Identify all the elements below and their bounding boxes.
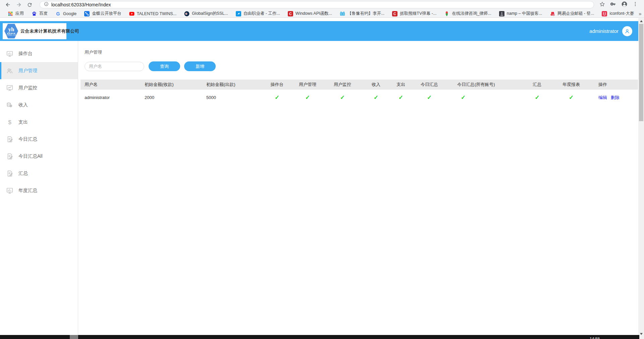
sidebar-item-user-management[interactable]: 用户管理 <box>0 62 78 79</box>
users-table: 用户名 初始金额(收款) 初始金额(出款) 操作台 用户管理 用户监控 收入 支… <box>80 80 638 106</box>
check-icon: ✓ <box>275 94 279 101</box>
bookmark-item-apps[interactable]: 应用 <box>5 10 27 17</box>
sidebar-item-label: 用户监控 <box>18 85 37 91</box>
photo-icon <box>499 11 504 16</box>
check-icon: ✓ <box>398 94 403 101</box>
cell-initial-receive: 2000 <box>139 90 201 106</box>
col-user-management: 用户管理 <box>291 80 324 90</box>
web-page: yh YHIDC.CN 云合未来计算机技术有限公司 administrator … <box>0 18 638 339</box>
check-icon: ✓ <box>305 94 310 101</box>
google-g-icon: G <box>55 11 61 16</box>
bookmark-label: 应用 <box>15 11 24 16</box>
bookmark-item-freelancer[interactable]: 自由职业者 - 工作... <box>233 10 283 17</box>
bookmark-item-kingdee[interactable]: 金蝶云开放平台 <box>81 10 124 17</box>
forward-icon[interactable] <box>15 1 23 9</box>
sidebar-item-today-summary[interactable]: 今日汇总 <box>0 131 78 148</box>
delete-link[interactable]: 删除 <box>611 95 620 100</box>
toolbar-actions <box>599 1 641 9</box>
csdn-icon: C <box>392 11 397 16</box>
page-top-gap <box>0 18 638 21</box>
bookmark-item-globalsign[interactable]: GlobalSign的SSL... <box>181 10 231 17</box>
table-row: administrator 2000 5000 ✓ ✓ ✓ ✓ ✓ ✓ ✓ ✓ … <box>80 90 638 106</box>
username-search-input[interactable] <box>85 62 144 71</box>
check-icon: ✓ <box>461 94 466 101</box>
globalsign-icon <box>184 11 190 16</box>
bookmark-label: Windows API函数... <box>296 11 332 16</box>
monitor-chart-icon <box>6 84 13 92</box>
logo-hexagon-icon: yh YHIDC.CN <box>4 24 18 39</box>
col-expense: 支出 <box>391 80 410 90</box>
taskbar-clock: 14:58 <box>590 337 600 339</box>
bar-chart-monitor-icon <box>6 187 13 194</box>
search-controls: 查询 新增 <box>85 61 638 71</box>
windows-taskbar-sliver[interactable]: 14:58 <box>0 335 639 339</box>
kingdee-icon <box>84 11 90 16</box>
bookmark-label: 网易企业邮箱 - 登... <box>557 11 594 16</box>
profile-avatar-icon[interactable] <box>621 1 628 9</box>
sidebar-item-summary[interactable]: 汇总 <box>0 165 78 182</box>
bookmark-label: 抓取熊猫TV弹幕 -... <box>400 11 436 16</box>
bookmark-item-youtube[interactable]: TALENTED TWINS... <box>126 10 179 17</box>
reload-icon[interactable] <box>25 1 34 9</box>
col-user-monitor: 用户监控 <box>324 80 361 90</box>
bookmark-item-netease[interactable]: 易 网易企业邮箱 - 登... <box>547 10 597 17</box>
back-icon[interactable] <box>4 1 12 9</box>
user-avatar[interactable] <box>622 26 632 36</box>
csdn-icon: C <box>288 11 293 16</box>
apps-grid-icon <box>8 11 13 16</box>
bookmarks-overflow-chevron-icon[interactable]: » <box>639 11 641 16</box>
logo-mark: yh <box>8 27 14 32</box>
bookmark-item-bilibili[interactable]: 【鲁豫有约】李开... <box>337 10 387 17</box>
bookmark-label: Google <box>63 11 76 16</box>
sidebar: 操作台 用户管理 用户监控 收入 $ 支出 今日汇总 <box>0 41 78 339</box>
freelancer-icon <box>236 11 241 16</box>
bookmark-label: 自由职业者 - 工作... <box>244 11 280 16</box>
logo-subtext: YHIDC.CN <box>6 34 16 36</box>
scrollbar-thumb[interactable] <box>639 24 643 121</box>
taskbar-app-highlight[interactable] <box>70 335 78 339</box>
check-icon: ✓ <box>535 94 539 101</box>
browser-chrome: localhost:62033/Home/Index 应用 <box>0 0 644 18</box>
bookmarks-bar: 应用 百度 G Google 金蝶云开放平台 TALENTED TWINS... <box>0 9 644 18</box>
page-info-icon[interactable] <box>44 2 49 8</box>
col-annual-report: 年度报表 <box>553 80 590 90</box>
bookmark-item-winapi[interactable]: C Windows API函数... <box>285 10 335 17</box>
person-icon <box>624 28 630 34</box>
check-icon: ✓ <box>427 94 432 101</box>
bookmark-star-icon[interactable] <box>599 1 605 8</box>
sidebar-item-label: 年度汇总 <box>18 188 37 194</box>
main-content: 用户管理 查询 新增 用户名 初始金额(收款) 初始金额(出款) 操作台 用户管… <box>78 41 638 339</box>
sidebar-item-label: 汇总 <box>18 171 28 177</box>
check-icon: ✓ <box>374 94 378 101</box>
bookmark-item-law[interactable]: 在线法律咨询_律师... <box>441 10 494 17</box>
bookmark-item-pandatv[interactable]: C 抓取熊猫TV弹幕 -... <box>389 10 439 17</box>
logged-in-username: administrator <box>589 28 619 34</box>
page-title: 用户管理 <box>85 50 638 55</box>
sidebar-item-expense[interactable]: $ 支出 <box>0 113 78 131</box>
svg-text:C: C <box>393 12 396 16</box>
url-text[interactable]: localhost:62033/Home/Index <box>51 2 111 7</box>
query-button[interactable]: 查询 <box>149 61 180 71</box>
sidebar-item-today-summary-all[interactable]: 今日汇总All <box>0 148 78 165</box>
menu-dots-icon[interactable] <box>633 1 638 8</box>
sidebar-item-user-monitor[interactable]: 用户监控 <box>0 79 78 96</box>
address-bar[interactable]: localhost:62033/Home/Index <box>40 1 594 8</box>
col-income: 收入 <box>361 80 391 90</box>
check-icon: ✓ <box>340 94 345 101</box>
sidebar-item-annual-summary[interactable]: 年度汇总 <box>0 182 78 199</box>
sidebar-item-income[interactable]: 收入 <box>0 96 78 113</box>
add-button[interactable]: 新增 <box>184 61 216 71</box>
bookmark-item-iconfont[interactable]: iconfont-大赛 <box>599 10 637 17</box>
scrollbar-up-arrow-icon[interactable] <box>638 18 644 24</box>
edit-link[interactable]: 编辑 <box>598 95 607 100</box>
user-area: administrator <box>589 26 632 36</box>
bookmark-item-namp[interactable]: namp – 中国骇客... <box>496 10 545 17</box>
sidebar-item-label: 今日汇总 <box>18 136 37 142</box>
page-scrollbar[interactable] <box>638 18 644 339</box>
youtube-icon <box>129 11 135 16</box>
bookmark-item-google[interactable]: G Google <box>52 10 79 17</box>
sidebar-item-console[interactable]: 操作台 <box>0 45 78 62</box>
password-key-icon[interactable] <box>610 1 616 8</box>
document-edit-icon <box>6 136 13 143</box>
bookmark-item-baidu[interactable]: 百度 <box>29 10 51 17</box>
